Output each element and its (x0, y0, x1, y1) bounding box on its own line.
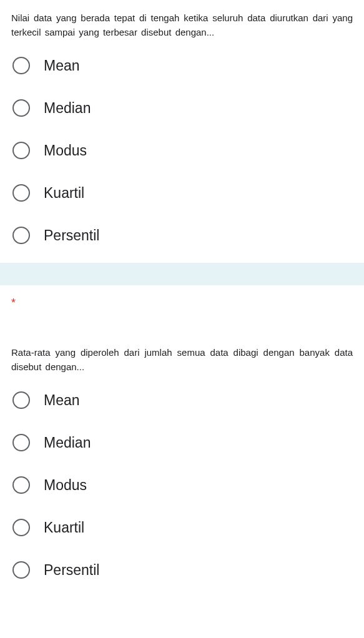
required-asterisk: * (0, 285, 364, 335)
option-label: Modus (44, 142, 87, 159)
option-label: Kuartil (44, 519, 84, 536)
radio-icon (12, 519, 30, 536)
radio-icon (12, 142, 30, 159)
option-median[interactable]: Median (11, 99, 353, 117)
option-kuartil[interactable]: Kuartil (11, 519, 353, 536)
option-label: Median (44, 434, 91, 451)
question-text: Nilai data yang berada tepat di tengah k… (11, 11, 353, 39)
radio-icon (12, 434, 30, 451)
option-median[interactable]: Median (11, 434, 353, 451)
radio-icon (12, 227, 30, 244)
separator (0, 263, 364, 285)
option-mean[interactable]: Mean (11, 391, 353, 409)
option-persentil[interactable]: Persentil (11, 227, 353, 244)
option-label: Persentil (44, 227, 99, 244)
options-list: Mean Median Modus Kuartil Persentil (11, 391, 353, 579)
option-label: Mean (44, 392, 80, 409)
question-text: Rata-rata yang diperoleh dari jumlah sem… (11, 346, 353, 374)
radio-icon (12, 57, 30, 74)
option-persentil[interactable]: Persentil (11, 561, 353, 579)
options-list: Mean Median Modus Kuartil Persentil (11, 57, 353, 244)
radio-icon (12, 561, 30, 579)
question-block-2: Rata-rata yang diperoleh dari jumlah sem… (0, 335, 364, 597)
option-label: Median (44, 100, 91, 117)
radio-icon (12, 99, 30, 117)
option-modus[interactable]: Modus (11, 476, 353, 494)
option-modus[interactable]: Modus (11, 142, 353, 159)
question-block-1: Nilai data yang berada tepat di tengah k… (0, 0, 364, 263)
option-kuartil[interactable]: Kuartil (11, 184, 353, 202)
option-label: Persentil (44, 562, 99, 579)
option-mean[interactable]: Mean (11, 57, 353, 74)
radio-icon (12, 184, 30, 202)
option-label: Kuartil (44, 185, 84, 202)
radio-icon (12, 476, 30, 494)
option-label: Mean (44, 57, 80, 74)
option-label: Modus (44, 477, 87, 494)
radio-icon (12, 391, 30, 409)
